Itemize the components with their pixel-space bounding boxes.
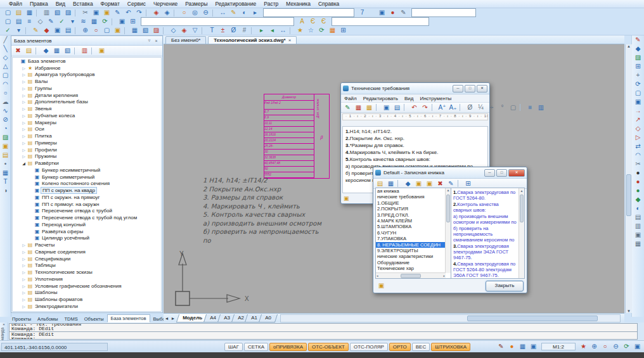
offset-icon[interactable]: → [633,107,643,115]
tree-item[interactable]: ▷▤Примеры [13,139,161,146]
document-tab-2[interactable]: Технологический эскиз.dwg*× [208,36,297,44]
status-toggle-орто[interactable]: ОРТО [389,343,411,351]
notebook-section-item[interactable]: 4.МАРК КЛЕЙМ [376,218,451,224]
tree-item[interactable]: ▷▤Электродвигатели [13,303,161,310]
paste-icon[interactable]: ▤ [392,104,402,112]
collapsed-arrow-icon[interactable]: ▷ [21,106,27,111]
layer-lock-icon[interactable]: А [297,18,307,25]
polygon-icon[interactable]: ◇ [1,54,10,61]
text-icon[interactable]: T [207,27,217,34]
draw-icon[interactable]: ✎ [31,27,41,34]
collapsed-arrow-icon[interactable]: ▷ [21,297,27,302]
redo-icon[interactable]: ↷ [420,104,430,112]
prev-icon[interactable]: ◂ [267,27,277,34]
tree-item[interactable]: ▷★Избранное [13,65,161,72]
table-icon[interactable]: ▤ [14,18,23,25]
grid-icon[interactable]: ▦ [89,18,99,25]
panel-tab-3[interactable]: TDMS [61,316,80,323]
osnap-icon[interactable]: ◇ [35,18,45,25]
dialog-menu-item-1[interactable]: Файл [344,96,357,101]
collapsed-arrow-icon[interactable]: ▷ [21,113,27,118]
collapsed-arrow-icon[interactable]: ▷ [21,304,27,309]
status-toggle-штриховка[interactable]: ШТРИХОВКА [431,343,470,351]
cone-icon[interactable]: ◆ [633,196,643,203]
hatch2-icon[interactable]: ▧ [141,27,150,34]
project-icon[interactable]: ↗ [633,116,643,124]
tab-scroll-right-icon[interactable]: ► [170,316,176,321]
tree-item[interactable]: ▷▤Уплотнения [13,276,161,283]
collapsed-arrow-icon[interactable]: ▷ [21,86,27,91]
close-panel-icon[interactable]: × [153,39,160,43]
plan4-icon[interactable]: ▦ [633,240,643,248]
panel-tab-5[interactable]: База элементов [107,314,150,323]
tree-item[interactable]: ▷▤Элементы станочных приспособлений [13,310,161,312]
help-note-icon[interactable]: ▣ [377,282,386,290]
open-icon[interactable]: ▤ [375,180,385,188]
grid-status-icon[interactable]: ▦ [518,343,527,350]
fav-icon[interactable]: ★ [295,27,305,34]
mtext-icon[interactable]: T [1,178,10,186]
edit-icon[interactable]: ✎ [446,180,456,188]
notebook-section-item[interactable]: Оборудование [376,260,451,265]
tolerance-icon[interactable]: ± [218,27,228,34]
undo-icon[interactable]: ↶ [124,9,133,16]
collapsed-arrow-icon[interactable]: ▷ [21,154,27,158]
menu-item-11[interactable]: Механика [282,1,314,7]
collapsed-arrow-icon[interactable]: ▷ [21,277,27,281]
notebook-section-item[interactable]: нические требования [376,194,451,200]
new-file-icon[interactable]: ▢ [3,9,13,16]
confirm-icon[interactable]: ✓ [3,27,13,34]
notebook-section-item[interactable]: ая книжка [376,188,451,194]
diameter-icon[interactable]: Ø [229,27,238,34]
document-tab-1[interactable]: Без имени0* [165,36,206,44]
next-icon[interactable]: ▸ [257,27,266,34]
notebook-section-item[interactable]: 8. НЕРАЗЬЕМНЫЕ СОЕДИН [376,242,451,248]
collapsed-arrow-icon[interactable]: ▷ [21,93,27,98]
dialog-menu-item-2[interactable]: Редактировать [363,96,398,101]
tree-item[interactable]: ▷▤Профили [13,146,161,153]
menu-item-8[interactable]: Размеры [181,1,211,7]
canvas-horizontal-scrollbar[interactable] [280,314,621,323]
cell-icon[interactable]: ⊞ [338,27,348,34]
tree-item[interactable]: ▷▤Спецификации [13,255,161,262]
dialog-titlebar[interactable]: Default - Записная книжка ─ □ ✕ [373,167,527,179]
pline-icon[interactable]: ╲ [1,45,10,53]
sphere-green-icon[interactable]: ● [633,187,643,195]
layer-off-icon[interactable]: Є [319,18,328,25]
block-icon[interactable]: ▣ [377,9,387,16]
regen-icon[interactable]: ⟳ [622,343,631,350]
canvas-vertical-scrollbar[interactable]: ▲ ▼ [625,44,632,313]
tree-item[interactable]: ▣Пересечение отвода с трубой под углом [13,214,161,221]
style-select-input[interactable] [332,17,429,26]
zoom-dynamic-icon[interactable]: ◎ [190,9,200,16]
zoom-extents-icon[interactable]: ▣ [633,343,642,350]
swap-icon[interactable]: ⇄ [633,143,643,150]
tree-item[interactable]: ▣База элементов [13,58,161,65]
trim-icon[interactable]: ✂ [633,160,643,168]
taper-icon[interactable]: ▷ [633,134,643,141]
cloud-icon[interactable]: ☁ [1,98,10,106]
spline-icon[interactable]: ∿ [1,107,10,115]
copy-icon[interactable]: ▣ [91,9,101,16]
stamp-icon[interactable]: ▣ [1,143,10,150]
open-icon[interactable]: ▤ [14,9,23,16]
dialog-menu-item-4[interactable]: Инструменты [420,96,451,101]
notebook-section-item[interactable]: 3.ПРЕД.ОТКЛ. [376,212,451,218]
zoom-out-icon[interactable]: ⊖ [611,343,621,350]
card-icon[interactable]: ▧ [63,47,72,54]
tree-item[interactable]: ▷▤Шаблоны форматов [13,296,161,303]
check-icon[interactable]: ✓ [57,18,67,25]
tree-item[interactable]: ▷▤Пружины [13,153,161,160]
minimize-button[interactable]: ─ [484,169,495,177]
superscript-icon[interactable]: A⁺ [437,104,447,112]
notebook-section-item[interactable]: 1.ОБЩИЕ [376,200,451,206]
print-icon[interactable]: ▥ [42,9,51,16]
diameter-icon[interactable]: Ø [465,104,475,112]
block2-icon[interactable]: ▣ [53,27,62,34]
tree-item[interactable]: ▣Цилиндр усечённый [13,235,161,242]
tree-item[interactable]: ▷▤Маркеры [13,119,161,126]
delete-icon[interactable]: ✖ [13,47,23,54]
tree-item[interactable]: ▷▤Расчеты [13,241,161,248]
collapsed-arrow-icon[interactable]: ▷ [21,243,27,247]
menu-item-5[interactable]: Формат [97,1,124,7]
